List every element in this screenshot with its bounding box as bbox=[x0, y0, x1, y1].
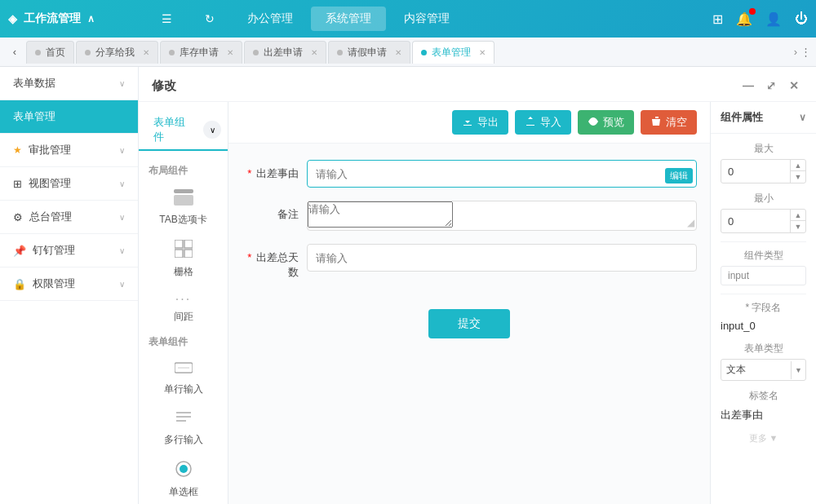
close-btn[interactable]: ✕ bbox=[785, 77, 803, 95]
form-label-days: * 出差总天数 bbox=[242, 244, 307, 280]
tab-close-leave[interactable]: ✕ bbox=[395, 48, 401, 57]
label-text-reason: 出差事由 bbox=[256, 167, 299, 179]
prop-max-up[interactable]: ▲ bbox=[791, 160, 805, 171]
tab-form[interactable]: 表单管理 ✕ bbox=[412, 41, 494, 64]
sidebar-label-approval: 审批管理 bbox=[29, 143, 71, 157]
tab-nav-left[interactable]: ‹ bbox=[5, 46, 24, 58]
prop-form-type-select[interactable]: 文本 ▼ bbox=[721, 359, 806, 381]
sidebar-label-form-data: 表单数据 bbox=[13, 76, 55, 91]
tab-label-travel: 出差申请 bbox=[264, 46, 303, 60]
nav-menu-system[interactable]: 系统管理 bbox=[311, 7, 386, 31]
spacing-icon: ··· bbox=[175, 292, 191, 307]
sidebar-item-view[interactable]: ⊞ 视图管理 ∨ bbox=[0, 167, 138, 200]
comp-single-input[interactable]: 单行输入 bbox=[139, 354, 228, 403]
sidebar-chevron-form-data: ∨ bbox=[119, 79, 125, 88]
top-nav: ◈ 工作流管理 ∧ ☰ ↻ 办公管理 系统管理 内容管理 ⊞ 🔔 👤 ⏻ bbox=[0, 0, 816, 38]
lock-icon: 🔒 bbox=[13, 278, 26, 290]
component-tab-form[interactable]: 表单组件 bbox=[145, 110, 203, 151]
prop-min-value: 0 bbox=[721, 212, 790, 231]
comp-tab-card[interactable]: TAB选项卡 bbox=[139, 183, 228, 233]
prop-max-stepper: ▲ ▼ bbox=[790, 160, 805, 183]
tab-label-home: 首页 bbox=[46, 46, 65, 60]
component-panel: 表单组件 ∨ 布局组件 TAB选项卡 栅格 ·· bbox=[139, 102, 228, 504]
tab-share[interactable]: 分享给我 ✕ bbox=[76, 41, 158, 64]
right-panel-collapse[interactable]: ∨ bbox=[799, 112, 806, 123]
sidebar-item-form-manage[interactable]: 表单管理 bbox=[0, 100, 138, 133]
required-star-days: * bbox=[247, 251, 251, 263]
tab-home[interactable]: 首页 bbox=[26, 41, 74, 64]
tab-card-icon bbox=[174, 189, 193, 210]
form-submit-area: 提交 bbox=[242, 293, 697, 355]
tab-inventory[interactable]: 库存申请 ✕ bbox=[160, 41, 242, 64]
content-area: 修改 — ⤢ ✕ 表单组件 ∨ 布局组件 TAB选项卡 bbox=[139, 67, 816, 504]
svg-rect-4 bbox=[175, 250, 183, 258]
prop-more-indicator: 更多 ▼ bbox=[721, 432, 806, 449]
form-label-reason: * 出差事由 bbox=[242, 160, 307, 181]
sidebar-item-permission[interactable]: 🔒 权限管理 ∨ bbox=[0, 267, 138, 300]
sidebar-item-form-data[interactable]: 表单数据 ∨ bbox=[0, 67, 138, 99]
tab-leave[interactable]: 请假申请 ✕ bbox=[328, 41, 410, 64]
tab-close-travel[interactable]: ✕ bbox=[311, 48, 317, 57]
sidebar-label-form-manage: 表单管理 bbox=[13, 109, 55, 124]
right-panel-header: 组件属性 ∨ bbox=[711, 102, 816, 134]
sidebar-section-5: ⚙ 总台管理 ∨ bbox=[0, 201, 138, 234]
comp-spacing[interactable]: ··· 间距 bbox=[139, 285, 228, 330]
comp-radio[interactable]: 单选框 bbox=[139, 453, 228, 504]
minimize-btn[interactable]: — bbox=[739, 77, 757, 95]
prop-form-type-val: 文本 bbox=[721, 360, 791, 380]
input-days[interactable] bbox=[308, 245, 696, 271]
submit-btn[interactable]: 提交 bbox=[428, 309, 510, 338]
sidebar-item-general[interactable]: ⚙ 总台管理 ∨ bbox=[0, 201, 138, 233]
component-tabs: 表单组件 ∨ bbox=[139, 110, 228, 151]
sidebar-item-dingtalk[interactable]: 📌 钉钉管理 ∨ bbox=[0, 234, 138, 267]
prop-max-value: 0 bbox=[721, 162, 790, 181]
app-collapse-icon[interactable]: ∧ bbox=[87, 13, 95, 24]
input-reason[interactable] bbox=[308, 161, 696, 187]
tab-travel[interactable]: 出差申请 ✕ bbox=[244, 41, 326, 64]
maximize-btn[interactable]: ⤢ bbox=[762, 77, 780, 95]
tab-dot-travel bbox=[253, 50, 259, 55]
import-label: 导入 bbox=[540, 115, 561, 130]
export-btn[interactable]: 导出 bbox=[452, 110, 508, 135]
preview-btn[interactable]: 预览 bbox=[578, 110, 634, 135]
comp-grid[interactable]: 栅格 bbox=[139, 233, 228, 285]
sidebar-section-4: ⊞ 视图管理 ∨ bbox=[0, 167, 138, 201]
prop-max-down[interactable]: ▼ bbox=[791, 171, 805, 183]
prop-label-max: 最大 bbox=[721, 142, 806, 156]
nav-menu-hamburger[interactable]: ☰ bbox=[147, 7, 187, 30]
sidebar-label-general: 总台管理 bbox=[29, 210, 72, 224]
sidebar-item-approval-left: ★ 审批管理 bbox=[13, 143, 71, 157]
form-toolbar: 导出 导入 预览 bbox=[228, 102, 710, 144]
sidebar-item-general-left: ⚙ 总台管理 bbox=[13, 210, 72, 224]
clear-btn[interactable]: 清空 bbox=[641, 110, 697, 135]
prop-section-max: 最大 0 ▲ ▼ 最小 0 ▲ ▼ bbox=[711, 134, 816, 458]
import-btn[interactable]: 导入 bbox=[515, 110, 571, 135]
component-tab-arrow[interactable]: ∨ bbox=[203, 121, 221, 139]
prop-label-min: 最小 bbox=[721, 192, 806, 206]
layout-section-title: 布局组件 bbox=[139, 159, 228, 183]
tab-close-share[interactable]: ✕ bbox=[143, 48, 149, 57]
tab-label-share: 分享给我 bbox=[95, 46, 135, 60]
tab-nav-menu[interactable]: ⋮ bbox=[800, 46, 811, 58]
textarea-remark[interactable] bbox=[308, 201, 453, 228]
power-icon[interactable]: ⏻ bbox=[795, 11, 808, 26]
tab-close-form[interactable]: ✕ bbox=[479, 48, 486, 57]
prop-min-down[interactable]: ▼ bbox=[791, 221, 805, 232]
sidebar-item-approval[interactable]: ★ 审批管理 ∨ bbox=[0, 134, 138, 166]
prop-form-type-arrow[interactable]: ▼ bbox=[791, 361, 805, 379]
prop-divider-2 bbox=[721, 294, 806, 294]
tab-nav-right[interactable]: › bbox=[794, 46, 797, 58]
nav-menu-content[interactable]: 内容管理 bbox=[389, 7, 464, 31]
bell-icon[interactable]: 🔔 bbox=[736, 11, 752, 27]
user-icon[interactable]: 👤 bbox=[765, 11, 782, 27]
nav-menu-refresh[interactable]: ↻ bbox=[190, 7, 229, 30]
nav-menu-office[interactable]: 办公管理 bbox=[233, 7, 308, 31]
sidebar-label-view: 视图管理 bbox=[29, 176, 71, 191]
grid-icon[interactable]: ⊞ bbox=[712, 11, 723, 27]
prop-min-up[interactable]: ▲ bbox=[791, 210, 805, 221]
form-container: 导出 导入 预览 bbox=[228, 102, 710, 504]
tab-close-inventory[interactable]: ✕ bbox=[227, 48, 233, 57]
comp-multi-input[interactable]: 多行输入 bbox=[139, 403, 228, 453]
comp-spacing-label: 间距 bbox=[174, 310, 193, 324]
edit-btn-reason[interactable]: 编辑 bbox=[665, 168, 693, 183]
